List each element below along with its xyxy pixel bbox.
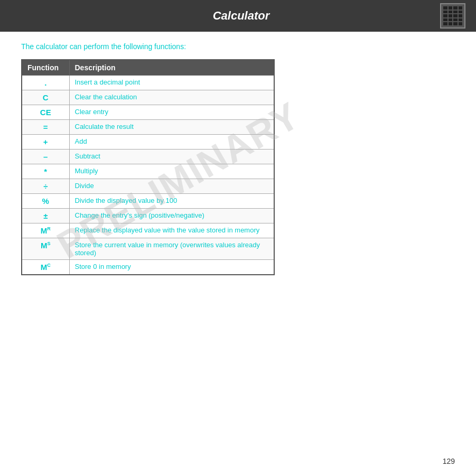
functions-table: Function Description .Insert a decimal p… — [21, 59, 275, 275]
function-cell: MC — [22, 260, 69, 275]
table-row: *Multiply — [22, 164, 274, 179]
table-row: –Subtract — [22, 150, 274, 164]
function-cell: ÷ — [22, 179, 69, 194]
function-cell: ± — [22, 209, 69, 223]
description-cell: Insert a decimal point — [69, 76, 274, 90]
function-cell: CE — [22, 105, 69, 120]
description-cell: Change the entry's sign (positive/negati… — [69, 209, 274, 223]
table-row: MCStore 0 in memory — [22, 260, 274, 275]
page-header: Calculator — [0, 0, 476, 32]
page-title: Calculator — [42, 9, 440, 23]
calculator-icon — [440, 3, 465, 29]
page-number: 129 — [443, 457, 455, 465]
col-description: Description — [69, 60, 274, 76]
table-row: MSStore the current value in memory (ove… — [22, 238, 274, 260]
description-cell: Divide the displayed value by 100 — [69, 194, 274, 209]
table-row: +Add — [22, 135, 274, 150]
function-cell: C — [22, 90, 69, 105]
function-cell: – — [22, 150, 69, 164]
table-row: ÷Divide — [22, 179, 274, 194]
table-row: CEClear entry — [22, 105, 274, 120]
description-cell: Store the current value in memory (overw… — [69, 238, 274, 260]
function-cell: = — [22, 120, 69, 135]
table-row: .Insert a decimal point — [22, 76, 274, 90]
col-function: Function — [22, 60, 69, 76]
function-cell: MS — [22, 238, 69, 260]
table-row: ±Change the entry's sign (positive/negat… — [22, 209, 274, 223]
table-header-row: Function Description — [22, 60, 274, 76]
function-cell: % — [22, 194, 69, 209]
function-cell: . — [22, 76, 69, 90]
table-row: =Calculate the result — [22, 120, 274, 135]
description-cell: Subtract — [69, 150, 274, 164]
description-cell: Calculate the result — [69, 120, 274, 135]
description-cell: Clear entry — [69, 105, 274, 120]
table-row: %Divide the displayed value by 100 — [22, 194, 274, 209]
description-cell: Store 0 in memory — [69, 260, 274, 275]
function-cell: MR — [22, 223, 69, 238]
function-cell: + — [22, 135, 69, 150]
description-cell: Divide — [69, 179, 274, 194]
page-content: The calculator can perform the following… — [0, 32, 476, 286]
table-row: CClear the calculation — [22, 90, 274, 105]
description-cell: Clear the calculation — [69, 90, 274, 105]
description-cell: Add — [69, 135, 274, 150]
function-cell: * — [22, 164, 69, 179]
description-cell: Multiply — [69, 164, 274, 179]
description-cell: Replace the displayed value with the val… — [69, 223, 274, 238]
table-row: MRReplace the displayed value with the v… — [22, 223, 274, 238]
intro-text: The calculator can perform the following… — [21, 42, 455, 51]
